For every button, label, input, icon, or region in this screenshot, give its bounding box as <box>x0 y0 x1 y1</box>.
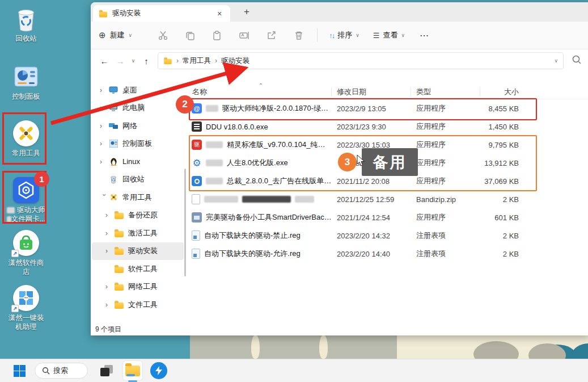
recent-locations-button[interactable]: ∨ <box>128 58 138 64</box>
file-list: 名称ˆ 修改日期 类型 大小 @ 驱动大师纯净版-2.0.0.1870-绿色单.… <box>187 72 588 323</box>
file-row[interactable]: 自动下载缺失的驱动-允许.reg 2023/2/20 14:40 注册表项 2 … <box>187 245 588 263</box>
desktop-icon-recycle-bin[interactable]: 回收站 <box>0 5 52 44</box>
desktop-icon-software-store[interactable]: ↗ 潇然软件商 店 <box>0 229 52 276</box>
driver-president-app-icon <box>192 176 202 186</box>
sidebar-item-driver-install[interactable]: › 驱动安装 <box>92 242 184 261</box>
file-row[interactable]: 驱 精灵标准版_v9.70.0.104_纯净版绿... 2022/3/30 15… <box>187 136 588 154</box>
column-header-size[interactable]: 大小 <box>480 87 523 96</box>
sidebar-item-software-tools[interactable]: 软件工具 <box>92 260 184 278</box>
redacted-text <box>206 159 223 166</box>
view-button[interactable]: ☰ 查看 ∨ <box>373 30 405 40</box>
taskbar-driver-app[interactable] <box>150 362 167 379</box>
wallpaper-leaf <box>319 335 328 359</box>
chevron-right-icon[interactable]: › <box>105 301 114 309</box>
column-header-name[interactable]: 名称ˆ <box>187 87 332 96</box>
breadcrumb-root[interactable]: 常用工具 <box>183 56 211 66</box>
address-bar[interactable]: › 常用工具 › 驱动安装 ∨ <box>158 52 564 69</box>
sidebar-item-activation-tools[interactable]: › 激活工具 <box>92 224 184 242</box>
file-row[interactable]: 总裁_2.8.0.0_去广告在线版单文件版... 2021/11/2 20:08… <box>187 172 588 190</box>
sidebar-item-network[interactable]: › 网络 <box>92 117 184 135</box>
chevron-right-icon[interactable]: › <box>100 140 108 148</box>
column-header-type[interactable]: 类型 <box>411 87 480 96</box>
address-dropdown-icon[interactable]: ∨ <box>554 58 558 64</box>
desktop-icon-label: 潇然一键装 <box>0 314 52 323</box>
new-button[interactable]: ⊕ 新建 ∨ <box>99 30 132 40</box>
file-row[interactable]: ⚙ 人生8.0优化版.exe 8/24 应用程序 13,912 KB <box>187 154 588 172</box>
copy-button[interactable] <box>176 30 204 40</box>
paste-button[interactable] <box>204 30 231 40</box>
file-row[interactable]: 2021/12/25 12:59 Bandizip.zip 2 KB <box>187 190 588 208</box>
sidebar-item-backup-restore[interactable]: › 备份还原 <box>92 207 184 225</box>
control-panel-icon <box>12 62 40 91</box>
sort-button[interactable]: ↑↓ 排序 ∨ <box>329 30 359 40</box>
chevron-right-icon[interactable]: › <box>105 283 114 291</box>
up-button[interactable]: ↑ <box>138 56 154 66</box>
view-list-icon: ☰ <box>373 31 380 40</box>
chevron-right-icon[interactable]: › <box>105 247 114 255</box>
chevron-right-icon[interactable]: › <box>105 229 114 237</box>
desktop-icon-install-assistant[interactable]: ↗ 潇然一键装 机助理 <box>0 284 52 331</box>
tab-close-icon[interactable]: × <box>214 9 225 18</box>
share-button[interactable] <box>258 30 285 40</box>
taskbar-search[interactable]: 搜索 <box>35 363 88 379</box>
file-row[interactable]: 完美驱动备份小工具SmartDriverBacku... 2021/1/24 1… <box>187 208 588 226</box>
sidebar-item-network-tools[interactable]: › 网络工具 <box>92 278 184 296</box>
linux-penguin-icon <box>108 157 119 166</box>
chevron-right-icon[interactable]: › <box>105 211 114 219</box>
screen: 回收站 控制面板 <box>0 0 588 382</box>
task-view-button[interactable] <box>100 365 113 376</box>
sidebar-item-linux[interactable]: › Linux <box>92 153 184 171</box>
search-icon[interactable] <box>572 54 582 67</box>
rename-button[interactable] <box>231 30 258 40</box>
new-tab-button[interactable]: + <box>239 5 254 19</box>
desktop-icon-label: 文件网卡... <box>0 215 52 224</box>
sidebar-item-common-tools[interactable]: › 常用工具 <box>92 188 184 207</box>
address-bar-row: ← → ∨ ↑ › 常用工具 › 驱动安装 ∨ <box>91 49 588 72</box>
chevron-down-icon: ∨ <box>401 32 405 38</box>
chevron-right-icon[interactable]: › <box>100 122 108 130</box>
delete-button[interactable] <box>285 30 312 40</box>
this-pc-icon <box>108 103 119 112</box>
chevron-right-icon[interactable]: › <box>100 158 108 166</box>
toolbar: ⊕ 新建 ∨ <box>91 22 588 49</box>
file-row[interactable]: @ 驱动大师纯净版-2.0.0.1870-绿色单... 2023/2/9 13:… <box>187 99 588 117</box>
sidebar-item-file-tools[interactable]: › 文件工具 <box>92 296 184 314</box>
sidebar-scrollbar[interactable] <box>184 169 186 276</box>
toolbar-separator <box>317 28 318 42</box>
breadcrumb-current[interactable]: 驱动安装 <box>221 56 249 66</box>
taskbar-file-explorer[interactable] <box>123 361 142 380</box>
sidebar-item-this-pc[interactable]: › 此电脑 <box>92 99 184 117</box>
wallpaper-strip-gray <box>190 334 397 359</box>
driver-genius-app-icon: 驱 <box>192 140 202 150</box>
chevron-right-icon[interactable]: › <box>100 86 108 94</box>
cut-button[interactable] <box>149 30 176 40</box>
column-header-date[interactable]: 修改日期 <box>332 87 411 96</box>
explorer-tab[interactable]: 驱动安装 × <box>93 5 230 22</box>
more-options-button[interactable]: ⋯ <box>420 30 429 41</box>
folder-icon <box>114 265 124 274</box>
sidebar-item-control-panel[interactable]: › 控制面板 <box>92 135 184 153</box>
install-assistant-icon: ↗ <box>12 284 40 312</box>
folder-icon <box>114 282 124 291</box>
back-button[interactable]: ← <box>96 56 112 66</box>
chevron-right-icon[interactable]: › <box>100 104 108 112</box>
forward-button[interactable]: → <box>112 56 128 66</box>
sidebar-item-recycle-bin[interactable]: 回收站 <box>92 171 184 189</box>
sidebar-item-desktop[interactable]: › 桌面 <box>92 81 184 99</box>
desktop-icon-driver-master[interactable]: 驱动大师 文件网卡... <box>0 176 52 224</box>
folder-icon <box>114 300 124 309</box>
file-row[interactable]: DDU v18.0.6.0.exe 2023/1/23 9:30 应用程序 1,… <box>187 117 588 136</box>
registry-file-icon <box>192 230 200 241</box>
desktop-icon-control-panel[interactable]: 控制面板 <box>0 62 52 102</box>
control-panel-icon <box>108 139 119 148</box>
redacted-text <box>206 141 223 148</box>
lightning-icon <box>155 366 163 375</box>
file-row[interactable]: 自动下载缺失的驱动-禁止.reg 2023/2/20 14:32 注册表项 2 … <box>187 226 588 245</box>
redacted-text <box>206 178 223 184</box>
folder-icon <box>114 229 124 238</box>
windows-start-button[interactable] <box>14 365 26 377</box>
chevron-down-icon[interactable]: › <box>100 194 108 202</box>
column-headers: 名称ˆ 修改日期 类型 大小 <box>187 85 588 99</box>
desktop-icon-common-tools[interactable]: 常用工具 <box>0 119 52 158</box>
desktop-icon-label: 回收站 <box>0 35 52 44</box>
